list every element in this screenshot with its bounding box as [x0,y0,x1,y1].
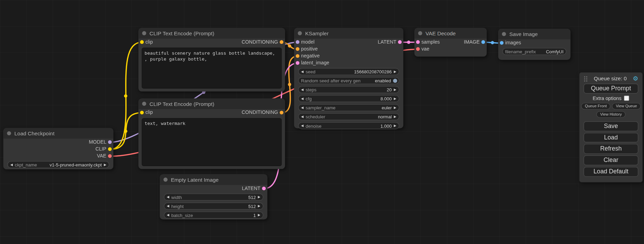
decrement-arrow-icon[interactable]: ◀ [301,88,303,91]
images-input-port[interactable] [500,41,504,45]
samples-input-port[interactable] [416,40,420,44]
denoise-widget[interactable]: ◀ denoise 1.000 ▶ [298,122,399,129]
drag-handle-icon[interactable] [584,76,588,82]
queue-prompt-button[interactable]: Queue Prompt [584,84,638,93]
collapse-dot-icon[interactable] [7,131,11,135]
increment-arrow-icon[interactable]: ▶ [258,205,260,208]
decrement-arrow-icon[interactable]: ◀ [301,124,303,127]
decrement-arrow-icon[interactable]: ◀ [167,205,169,208]
node-title-bar[interactable]: CLIP Text Encode (Prompt) [139,28,285,39]
collapse-dot-icon[interactable] [142,31,146,35]
increment-arrow-icon[interactable]: ▶ [394,97,396,100]
width-widget[interactable]: ◀ width 512 ▶ [164,193,263,200]
collapse-dot-icon[interactable] [142,102,146,106]
batch-size-widget[interactable]: ◀ batch_size 1 ▶ [164,211,263,218]
widget-label: scheduler [306,114,325,119]
decrement-arrow-icon[interactable]: ◀ [301,106,303,109]
seed-widget[interactable]: ◀ seed 156680208700286 ▶ [298,68,399,75]
node-vae-decode[interactable]: VAE Decode samples IMAGE vae [414,28,487,57]
collapse-dot-icon[interactable] [418,31,422,35]
conditioning-output-port[interactable] [280,111,283,115]
latent-output-port[interactable] [262,187,266,190]
clip-input-port[interactable] [140,111,144,115]
slot-row: CLIP [3,146,113,153]
prompt-textarea[interactable]: text, watermark [142,118,282,166]
decrement-arrow-icon[interactable]: ◀ [167,196,169,199]
decrement-arrow-icon[interactable]: ◀ [301,115,303,118]
slot-row: clip CONDITIONING [139,38,285,45]
decrement-arrow-icon[interactable]: ◀ [10,163,13,166]
vae-output-port[interactable] [108,154,112,158]
scheduler-widget[interactable]: ◀ scheduler normal ▶ [298,113,399,120]
decrement-arrow-icon[interactable]: ◀ [301,70,303,73]
model-output-port[interactable] [108,140,112,144]
random-seed-toggle[interactable]: Random seed after every gen enabled [298,77,399,84]
height-widget[interactable]: ◀ height 512 ▶ [164,202,263,209]
node-title-bar[interactable]: Empty Latent Image [160,174,267,185]
increment-arrow-icon[interactable]: ▶ [394,106,396,109]
toggle-knob-icon[interactable] [393,79,397,83]
slot-label-model: MODEL [89,138,106,145]
sampler-name-widget[interactable]: ◀ sampler_name euler ▶ [298,104,399,111]
view-queue-button[interactable]: View Queue [612,103,641,109]
widget-label: height [171,204,184,208]
increment-arrow-icon[interactable]: ▶ [258,214,260,217]
clear-button[interactable]: Clear [584,155,638,165]
save-button[interactable]: Save [584,121,638,131]
node-ksampler[interactable]: KSampler model LATENT positive negative … [294,28,403,128]
widget-value: v1-5-pruned-emaonly.ckpt [50,162,102,167]
widget-label: cfg [306,96,311,101]
image-output-port[interactable] [482,40,485,44]
queue-buttons-row: Queue Front View Queue [584,103,638,109]
load-button[interactable]: Load [584,133,638,142]
load-default-button[interactable]: Load Default [584,167,638,177]
decrement-arrow-icon[interactable]: ◀ [167,214,169,217]
increment-arrow-icon[interactable]: ▶ [394,115,396,118]
decrement-arrow-icon[interactable]: ◀ [301,97,303,100]
extra-options-checkbox[interactable] [624,96,629,101]
node-empty-latent-image[interactable]: Empty Latent Image LATENT ◀ width 512 ▶ … [160,174,267,219]
negative-input-port[interactable] [296,54,300,58]
increment-arrow-icon[interactable]: ▶ [394,70,396,73]
widget-label: batch_size [171,213,193,217]
node-title-bar[interactable]: KSampler [294,28,403,39]
refresh-button[interactable]: Refresh [584,144,638,154]
ckpt-name-widget[interactable]: ◀ ckpt_name v1-5-pruned-emaonly.ckpt ▶ [7,161,109,168]
slot-row: negative [294,53,403,60]
cfg-widget[interactable]: ◀ cfg 8.000 ▶ [298,95,399,102]
graph-canvas[interactable]: Load Checkpoint MODEL CLIP VAE ◀ ckpt_na… [0,0,644,244]
model-input-port[interactable] [296,40,300,44]
steps-widget[interactable]: ◀ steps 20 ▶ [298,86,399,93]
widget-label: seed [306,69,315,74]
filename-prefix-widget[interactable]: filename_prefix ComfyUI [502,48,566,55]
node-title-bar[interactable]: Load Checkpoint [3,128,113,139]
node-clip-text-encode-positive[interactable]: CLIP Text Encode (Prompt) clip CONDITION… [139,28,285,92]
positive-input-port[interactable] [296,47,300,51]
collapse-dot-icon[interactable] [298,31,302,35]
latent-output-port[interactable] [398,40,402,44]
extra-options-row: Extra options [584,96,638,101]
slot-row: samples IMAGE [414,38,487,45]
slot-row: MODEL [3,138,113,145]
node-title-bar[interactable]: VAE Decode [414,28,487,39]
settings-gear-icon[interactable]: ⚙ [633,75,638,82]
clip-output-port[interactable] [108,147,112,151]
increment-arrow-icon[interactable]: ▶ [258,196,260,199]
node-clip-text-encode-negative[interactable]: CLIP Text Encode (Prompt) clip CONDITION… [139,98,285,169]
increment-arrow-icon[interactable]: ▶ [394,88,396,91]
node-save-image[interactable]: Save Image images filename_prefix ComfyU… [498,29,571,60]
view-history-button[interactable]: View History [597,111,626,118]
node-title-bar[interactable]: Save Image [498,29,571,39]
increment-arrow-icon[interactable]: ▶ [394,124,396,127]
collapse-dot-icon[interactable] [164,178,168,182]
increment-arrow-icon[interactable]: ▶ [104,163,106,166]
vae-input-port[interactable] [416,47,420,51]
queue-front-button[interactable]: Queue Front [581,103,611,109]
latent-image-input-port[interactable] [296,61,300,65]
clip-input-port[interactable] [140,40,144,44]
node-load-checkpoint[interactable]: Load Checkpoint MODEL CLIP VAE ◀ ckpt_na… [3,128,113,170]
node-title-bar[interactable]: CLIP Text Encode (Prompt) [139,98,285,109]
conditioning-output-port[interactable] [280,40,283,44]
collapse-dot-icon[interactable] [502,32,506,36]
prompt-textarea[interactable]: beautiful scenery nature glass bottle la… [142,47,282,88]
